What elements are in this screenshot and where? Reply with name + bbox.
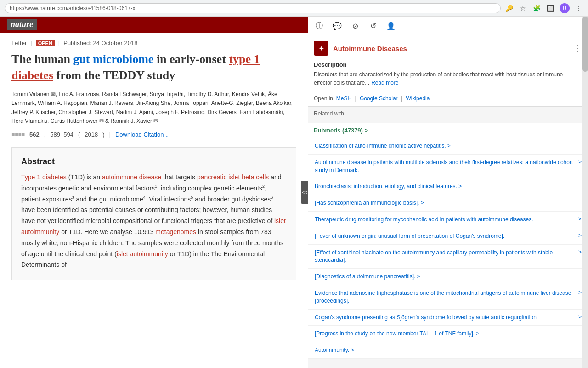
pubmed-item-arrow: > (578, 249, 582, 255)
address-bar[interactable]: https://www.nature.com/articles/s41586-0… (5, 3, 501, 13)
open-google-link[interactable]: Google Scholar (360, 95, 398, 102)
link-beta[interactable]: beta cells (242, 173, 269, 181)
title-mid: in early-onset (153, 52, 229, 66)
title-end: from the TEDDY study (53, 69, 175, 82)
card-header: ✦ Autoimmune Diseases ⋮ (308, 35, 588, 61)
abstract-section: Abstract Type 1 diabetes (T1D) is an aut… (11, 147, 296, 280)
title-text-plain: The human (11, 52, 73, 66)
autoimmune-logo: ✦ (314, 41, 328, 56)
card-title: Autoimmune Diseases (333, 45, 569, 52)
link-islet-auto1[interactable]: islet autoimmunity (21, 217, 286, 236)
pubmed-item-text: [Fever of unknown origin: unusual form o… (315, 232, 578, 240)
refresh-icon[interactable]: ↺ (368, 20, 379, 31)
citation-row: ■■■■ 562, 589–594 (2018) | Download Cita… (11, 131, 296, 138)
card-menu-icon[interactable]: ⋮ (573, 43, 582, 53)
abstract-title: Abstract (21, 157, 287, 167)
chat-icon[interactable]: 💬 (332, 20, 343, 31)
extensions-icon[interactable]: 🧩 (532, 4, 541, 13)
open-in-row: Open in: MeSH | Google Scholar | Wikiped… (308, 92, 588, 106)
year: 2018 (85, 131, 98, 138)
open-badge: OPEN (36, 40, 55, 46)
authors: Tommi Vatanen ✉, Eric A. Franzosa, Randa… (11, 90, 296, 126)
link-type1diabetes[interactable]: Type 1 diabetes (21, 173, 67, 181)
pubmed-item[interactable]: [Progress in the study on the new member… (308, 326, 588, 342)
nature-logo: nature (7, 19, 37, 30)
puzzle-icon[interactable]: 🔲 (546, 4, 555, 13)
pubmed-item[interactable]: [Diagnostics of autoimmune pancreatitis]… (308, 269, 588, 285)
browser-icons: 🔑 ☆ 🧩 🔲 U ⋮ (504, 3, 583, 13)
star-icon[interactable]: ☆ (518, 4, 527, 13)
more-menu-icon[interactable]: ⋮ (574, 4, 583, 13)
nature-header: nature (0, 17, 308, 33)
description-label: Description (314, 61, 582, 68)
card-description: Description Disorders that are character… (308, 61, 588, 92)
pubmed-item-text: [Has schizophrenia an immunologic basis]… (315, 199, 582, 207)
right-panel: << ⓘ 💬 ⊘ ↺ 👤 ✦ Autoimmune Diseases ⋮ Des… (308, 17, 588, 368)
description-text: Disorders that are characterized by the … (314, 70, 582, 87)
article-meta: Letter | OPEN | Published: 24 October 20… (11, 40, 296, 46)
volume: 562 (29, 131, 40, 138)
pubmed-item-arrow: > (578, 289, 582, 296)
title-link-gut[interactable]: gut microbiome (73, 52, 153, 66)
pubmed-item[interactable]: Therapeutic drug monitoring for mycophen… (308, 212, 588, 228)
pubmed-item-text: Therapeutic drug monitoring for mycophen… (315, 216, 578, 224)
article-title: The human gut microbiome in early-onset … (11, 51, 296, 83)
key-icon[interactable]: 🔑 (504, 4, 514, 13)
pubmed-item[interactable]: [Fever of unknown origin: unusual form o… (308, 228, 588, 245)
journal-name: ■■■■ (11, 131, 25, 138)
pubmed-item-text: Cogan's syndrome presenting as Sjögren's… (315, 314, 578, 322)
collapse-panel-button[interactable]: << (301, 181, 308, 204)
pubmed-item-text: [Progress in the study on the new member… (315, 330, 582, 338)
panel-toolbar: ⓘ 💬 ⊘ ↺ 👤 (308, 17, 588, 35)
link-islet-auto2[interactable]: islet autoimmunity (117, 250, 168, 258)
pubmed-item-text: Autoimmune disease in patients with mult… (315, 159, 578, 174)
pubmed-item[interactable]: [Effect of xanthinol niacinate on the au… (308, 245, 588, 269)
abstract-text: Type 1 diabetes (T1D) is an autoimmune d… (21, 172, 287, 270)
article-type-label: Letter (11, 40, 27, 46)
pubmed-item-text: [Effect of xanthinol niacinate on the au… (315, 249, 578, 264)
pubmed-item[interactable]: Classification of auto-immune chronic ac… (308, 138, 588, 155)
pubmed-item[interactable]: Evidence that adenosine triphosphatase i… (308, 285, 588, 310)
scrollbar-thumb[interactable] (582, 17, 588, 72)
pubmed-header[interactable]: Pubmeds (47379) > (308, 123, 588, 138)
link-pancreatic[interactable]: pancreatic islet (197, 173, 240, 181)
person-icon[interactable]: 👤 (385, 20, 396, 31)
link-metagenomes[interactable]: metagenomes (155, 228, 196, 236)
pages: 589–594 (50, 131, 74, 138)
read-more-link[interactable]: Read more (371, 80, 398, 86)
pubmed-item-arrow: > (578, 314, 582, 320)
pubmed-item-arrow: > (578, 232, 582, 239)
related-title: Related with (314, 110, 582, 117)
pubmed-item-text: Evidence that adenosine triphosphatase i… (315, 289, 578, 305)
main-container: nature Letter | OPEN | Published: 24 Oct… (0, 17, 588, 368)
article-content: Letter | OPEN | Published: 24 October 20… (0, 33, 308, 287)
pubmed-item[interactable]: Autoimmunity. > (308, 342, 588, 359)
pubmed-item-arrow: > (578, 216, 582, 222)
article-panel: nature Letter | OPEN | Published: 24 Oct… (0, 17, 308, 368)
pubmed-item[interactable]: [Has schizophrenia an immunologic basis]… (308, 195, 588, 212)
pubmed-item-arrow: > (578, 159, 582, 165)
autoimmune-card: ✦ Autoimmune Diseases ⋮ Description Diso… (308, 35, 588, 107)
pubmed-item[interactable]: Cogan's syndrome presenting as Sjögren's… (308, 310, 588, 326)
pubmed-item-text: [Diagnostics of autoimmune pancreatitis]… (315, 273, 582, 281)
download-citation-link[interactable]: Download Citation (115, 131, 169, 138)
open-mesh-link[interactable]: MeSH (336, 95, 351, 102)
pubmed-item-text: Classification of auto-immune chronic ac… (315, 142, 582, 150)
pubmed-item[interactable]: Bronchiectasis: introduction, etiology, … (308, 178, 588, 195)
panel-scroll: ✦ Autoimmune Diseases ⋮ Description Diso… (308, 35, 588, 368)
published-date: Published: 24 October 2018 (63, 40, 137, 46)
link-autoimmune[interactable]: autoimmune disease (102, 173, 161, 181)
pubmed-item-text: Bronchiectasis: introduction, etiology, … (315, 183, 582, 190)
pubmed-list: Classification of auto-immune chronic ac… (308, 138, 588, 359)
browser-chrome: https://www.nature.com/articles/s41586-0… (0, 0, 588, 17)
pubmed-item-text: Autoimmunity. > (315, 346, 582, 354)
block-icon[interactable]: ⊘ (350, 20, 361, 31)
pubmeds-link[interactable]: Pubmeds (47379) > (314, 127, 368, 134)
divider: | (109, 131, 111, 138)
scrollbar[interactable] (582, 17, 588, 368)
avatar[interactable]: U (560, 3, 570, 13)
related-section: Related with (308, 107, 588, 123)
info-icon[interactable]: ⓘ (314, 20, 325, 31)
pubmed-item[interactable]: Autoimmune disease in patients with mult… (308, 155, 588, 179)
open-wikipedia-link[interactable]: Wikipedia (406, 95, 430, 102)
